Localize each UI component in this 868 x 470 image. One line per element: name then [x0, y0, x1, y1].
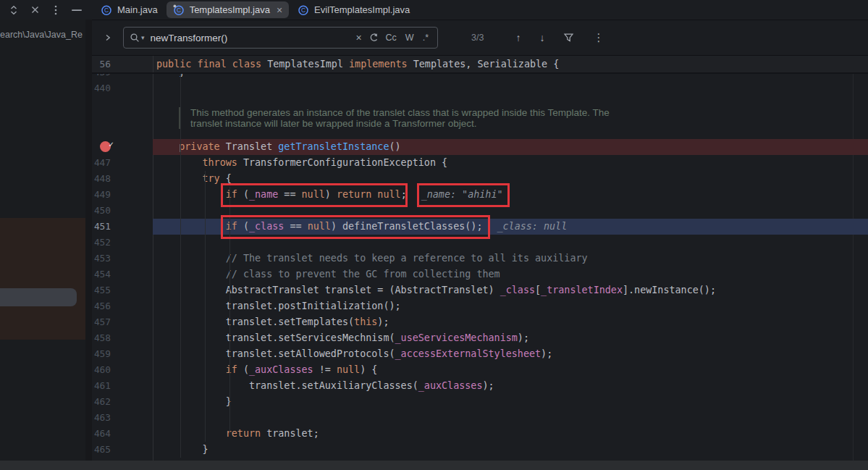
prev-match-icon[interactable]: ↑: [515, 32, 521, 43]
code-text[interactable]: try {: [153, 171, 868, 187]
tab-eviltemplatesimpl-java[interactable]: CEvilTemplatesImpl.java: [289, 0, 418, 20]
code-text[interactable]: translet.setTemplates(this);: [153, 314, 868, 330]
match-count: 3/3: [471, 33, 484, 43]
code-line: ✓ private Translet getTransletInstance(): [92, 139, 868, 155]
next-match-icon[interactable]: ↓: [539, 32, 544, 43]
code-text[interactable]: translet.setAuxiliaryClasses(_auxClasses…: [153, 378, 868, 394]
debugger-inline-hint: _class: null: [497, 219, 567, 235]
breakpoint-verified-check-icon: ✓: [109, 137, 114, 153]
tab-templatesimpl-java[interactable]: CTemplatesImpl.java×: [167, 1, 289, 18]
code-text[interactable]: AbstractTranslet translet = (AbstractTra…: [153, 282, 868, 298]
code-text[interactable]: [153, 80, 868, 96]
code-text[interactable]: [153, 410, 868, 426]
line-number[interactable]: 463: [92, 410, 153, 426]
code-text[interactable]: // The translet needs to keep a referenc…: [153, 251, 868, 267]
regex-toggle[interactable]: .*: [421, 33, 430, 43]
line-number[interactable]: 457: [92, 314, 153, 330]
code-line-450: 450: [92, 203, 868, 219]
editor-tab-bar: CMain.javaCTemplatesImpl.java×CEvilTempl…: [0, 0, 868, 20]
line-number[interactable]: 454: [92, 267, 153, 282]
line-number[interactable]: ✓: [92, 139, 153, 155]
code-text[interactable]: return translet;: [153, 426, 868, 442]
code-editor[interactable]: 439 }440This method generates an instanc…: [92, 72, 868, 461]
code-text[interactable]: translet.setAllowedProtocols(_accessExte…: [153, 346, 868, 362]
expand-chevron-icon[interactable]: [92, 33, 123, 43]
line-number[interactable]: 465: [92, 442, 153, 458]
panel-splitter[interactable]: [85, 20, 92, 461]
code-line-448: 448 try {: [92, 171, 868, 187]
breakpoint-icon[interactable]: ✓: [100, 141, 111, 152]
match-case-toggle[interactable]: Cc: [384, 33, 398, 43]
up-down-chevron-icon[interactable]: [9, 5, 19, 15]
debugger-inline-hint: _name: "ahihi": [421, 187, 503, 203]
line-number[interactable]: 447: [92, 155, 153, 171]
code-text[interactable]: [153, 235, 868, 251]
code-line-465: 465 }: [92, 442, 868, 458]
svg-text:C: C: [301, 7, 306, 14]
code-text[interactable]: translet.setServicesMechnism(_useService…: [153, 330, 868, 346]
sticky-line-number: 56: [92, 56, 153, 72]
search-more-options-icon[interactable]: ⋮: [593, 31, 604, 44]
code-line-455: 455 AbstractTranslet translet = (Abstrac…: [92, 282, 868, 298]
code-line-461: 461 translet.setAuxiliaryClasses(_auxCla…: [92, 378, 868, 394]
class-icon: C: [298, 4, 309, 16]
code-text[interactable]: [153, 203, 868, 219]
status-bar: [0, 461, 868, 470]
code-text[interactable]: }: [153, 442, 868, 458]
code-gap: [92, 129, 868, 139]
search-field[interactable]: ▾ newTransformer() × Cc W .*: [123, 27, 438, 49]
class-icon: C: [173, 4, 185, 16]
newline-arrow-icon[interactable]: [368, 33, 379, 43]
line-number[interactable]: 453: [92, 251, 153, 267]
words-toggle[interactable]: W: [404, 33, 416, 43]
line-number[interactable]: 461: [92, 378, 153, 394]
line-number[interactable]: 450: [92, 203, 153, 219]
left-panel: earch\Java\Java_Re: [0, 20, 85, 461]
filter-icon[interactable]: [563, 33, 574, 43]
line-number[interactable]: 462: [92, 394, 153, 410]
search-icon[interactable]: ▾: [130, 33, 145, 43]
kebab-menu-icon[interactable]: [51, 5, 61, 15]
line-number[interactable]: 456: [92, 298, 153, 314]
code-text[interactable]: translet.postInitialization();: [153, 298, 868, 314]
code-text[interactable]: if (_class == null) defineTransletClasse…: [153, 219, 868, 235]
line-number[interactable]: 451: [92, 219, 153, 235]
minimize-icon[interactable]: [72, 5, 82, 15]
code-line-457: 457 translet.setTemplates(this);: [92, 314, 868, 330]
tab-label: Main.java: [117, 4, 158, 15]
line-number[interactable]: 440: [92, 80, 153, 96]
line-number[interactable]: 458: [92, 330, 153, 346]
search-input[interactable]: newTransformer(): [151, 33, 350, 43]
code-text[interactable]: if (_auxClasses != null) {: [153, 362, 868, 378]
line-number[interactable]: 455: [92, 282, 153, 298]
code-line-447: 447 throws TransformerConfigurationExcep…: [92, 155, 868, 171]
line-number[interactable]: 464: [92, 426, 153, 442]
project-path-text: earch\Java\Java_Re: [0, 30, 85, 40]
code-line-453: 453 // The translet needs to keep a refe…: [92, 251, 868, 267]
code-text[interactable]: // class to prevent the GC from collecti…: [153, 267, 868, 282]
code-line-462: 462 }: [92, 394, 868, 410]
search-dropdown-caret-icon[interactable]: ▾: [141, 35, 145, 41]
code-text[interactable]: if (_name == null) return null;_name: "a…: [153, 187, 868, 203]
close-icon[interactable]: [30, 5, 40, 15]
code-text[interactable]: }: [153, 394, 868, 410]
line-number[interactable]: 449: [92, 187, 153, 203]
tab-main-java[interactable]: CMain.java: [92, 0, 167, 20]
sticky-code: public final class TemplatesImpl impleme…: [153, 56, 868, 72]
breakpoints-section: [0, 218, 85, 340]
line-number[interactable]: 448: [92, 171, 153, 187]
code-line-459: 459 translet.setAllowedProtocols(_access…: [92, 346, 868, 362]
ide-window: CMain.javaCTemplatesImpl.java×CEvilTempl…: [0, 0, 868, 470]
code-text[interactable]: private Translet getTransletInstance(): [153, 139, 868, 155]
clear-search-icon[interactable]: ×: [355, 32, 361, 43]
svg-text:C: C: [104, 7, 109, 14]
code-text[interactable]: throws TransformerConfigurationException…: [153, 155, 868, 171]
line-number[interactable]: 452: [92, 235, 153, 251]
selected-item-bar[interactable]: [0, 288, 77, 306]
modified-badge-icon: [173, 4, 176, 7]
code-line-464: 464 return translet;: [92, 426, 868, 442]
line-number[interactable]: 459: [92, 346, 153, 362]
line-number[interactable]: 460: [92, 362, 153, 378]
code-line-440: 440: [92, 80, 868, 96]
tab-close-icon[interactable]: ×: [277, 4, 282, 16]
